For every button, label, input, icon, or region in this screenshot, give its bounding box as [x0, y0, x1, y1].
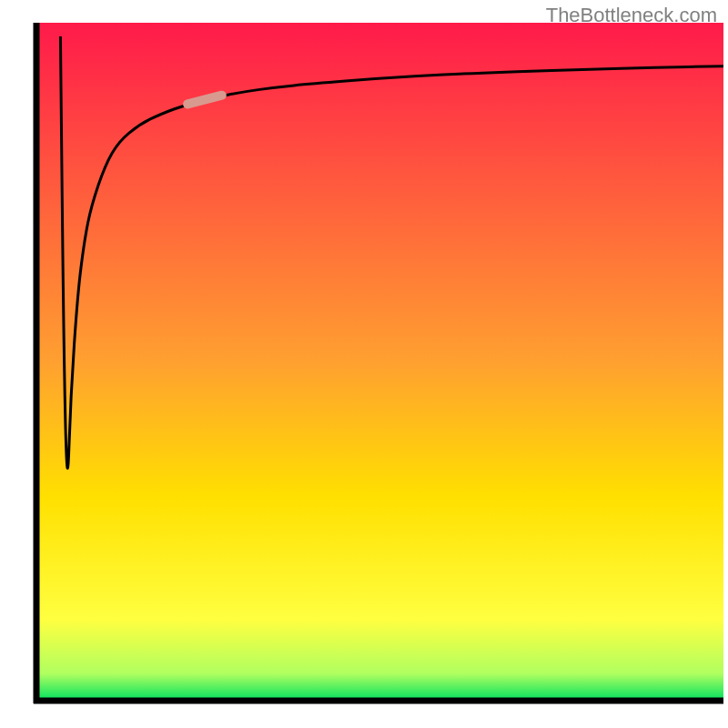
bottleneck-chart: [0, 0, 728, 728]
watermark: TheBottleneck.com: [546, 4, 717, 27]
